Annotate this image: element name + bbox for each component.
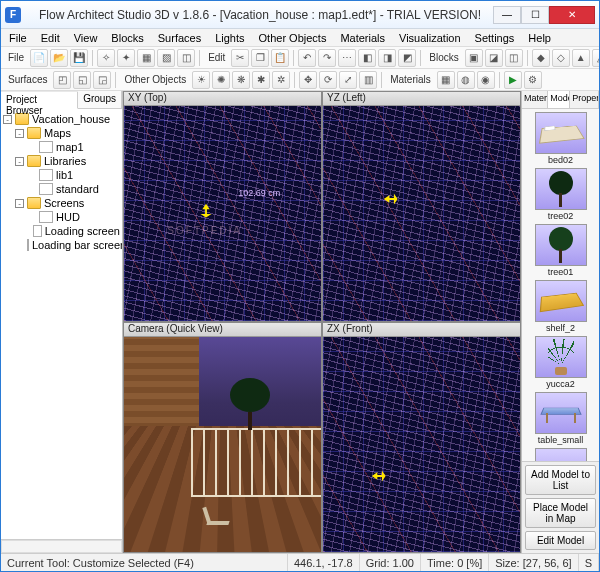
tree-label: Maps [44, 127, 71, 139]
paste-icon[interactable]: 📋 [271, 49, 289, 67]
viewport-camera[interactable]: Camera (Quick View) [124, 323, 321, 552]
material-icon[interactable]: ◉ [477, 71, 495, 89]
viewport-title: Camera (Quick View) [124, 323, 321, 337]
model-list[interactable]: bed02 tree02 tree01 shelf_2 yucca2 table… [522, 109, 599, 461]
redo-icon[interactable]: ↷ [318, 49, 336, 67]
block-icon[interactable]: ◫ [505, 49, 523, 67]
surface-icon[interactable]: ◲ [93, 71, 111, 89]
viewport-zx-front[interactable]: ZX (Front) [323, 323, 520, 552]
edit-model-button[interactable]: Edit Model [525, 531, 596, 550]
tool-icon[interactable]: ▥ [359, 71, 377, 89]
tree-item-loading-screen[interactable]: Loading screen [3, 224, 120, 238]
tab-groups[interactable]: Groups [78, 91, 122, 108]
viewport-xy-top[interactable]: XY (Top) 102.69 cm SOFTPEDIA [124, 92, 321, 321]
tree-item-loading-bar-screen[interactable]: Loading bar screen [3, 238, 120, 252]
gizmo-arrow-icon [382, 188, 404, 210]
menu-other-objects[interactable]: Other Objects [253, 31, 333, 45]
tool-icon[interactable]: ◩ [398, 49, 416, 67]
object-icon[interactable]: ✲ [272, 71, 290, 89]
menu-blocks[interactable]: Blocks [105, 31, 149, 45]
object-icon[interactable]: ✱ [252, 71, 270, 89]
statusbar: Current Tool: Customize Selected (F4) 44… [1, 553, 599, 571]
tab-models[interactable]: Models [548, 91, 570, 108]
tree-libraries[interactable]: -Libraries [3, 154, 120, 168]
surface-icon[interactable]: ◰ [53, 71, 71, 89]
model-item-shelf2[interactable]: shelf_2 [533, 280, 589, 333]
tool-icon[interactable]: ◫ [177, 49, 195, 67]
model-label: tree01 [548, 267, 574, 277]
tool-icon[interactable]: ⋯ [338, 49, 356, 67]
tool-icon[interactable]: ▦ [137, 49, 155, 67]
tab-project-browser[interactable]: Project Browser [1, 92, 78, 109]
menu-settings[interactable]: Settings [469, 31, 521, 45]
object-icon[interactable]: ☀ [192, 71, 210, 89]
tool-icon[interactable]: ◇ [552, 49, 570, 67]
menu-visualization[interactable]: Visualization [393, 31, 467, 45]
maximize-button[interactable]: ☐ [521, 6, 549, 24]
open-icon[interactable]: 📂 [50, 49, 68, 67]
tool-icon[interactable]: △ [592, 49, 599, 67]
copy-icon[interactable]: ❐ [251, 49, 269, 67]
place-model-button[interactable]: Place Model in Map [525, 498, 596, 528]
save-icon[interactable]: 💾 [70, 49, 88, 67]
menu-edit[interactable]: Edit [35, 31, 66, 45]
tool-icon[interactable]: ▲ [572, 49, 590, 67]
add-model-button[interactable]: Add Model to List [525, 465, 596, 495]
menu-help[interactable]: Help [522, 31, 557, 45]
cut-icon[interactable]: ✂ [231, 49, 249, 67]
menu-lights[interactable]: Lights [209, 31, 250, 45]
tool-icon[interactable]: ◨ [378, 49, 396, 67]
object-icon[interactable]: ❋ [232, 71, 250, 89]
status-current-tool: Current Tool: Customize Selected (F4) [1, 554, 288, 571]
main-area: Project Browser Groups -Vacation_house -… [1, 91, 599, 553]
move-icon[interactable]: ✥ [299, 71, 317, 89]
menu-surfaces[interactable]: Surfaces [152, 31, 207, 45]
model-item-tree02[interactable]: tree02 [533, 168, 589, 221]
tree-item-lib1[interactable]: lib1 [3, 168, 120, 182]
project-tree[interactable]: -Vacation_house -Maps map1 -Libraries li… [1, 109, 122, 539]
block-icon[interactable]: ◪ [485, 49, 503, 67]
model-item-yucca2[interactable]: yucca2 [533, 336, 589, 389]
model-item-bed02[interactable]: bed02 [533, 112, 589, 165]
tree-item-map1[interactable]: map1 [3, 140, 120, 154]
tree-item-hud[interactable]: HUD [3, 210, 120, 224]
rotate-icon[interactable]: ⟳ [319, 71, 337, 89]
tree-maps[interactable]: -Maps [3, 126, 120, 140]
minimize-button[interactable]: ― [493, 6, 521, 24]
material-icon[interactable]: ◍ [457, 71, 475, 89]
undo-icon[interactable]: ↶ [298, 49, 316, 67]
material-icon[interactable]: ▦ [437, 71, 455, 89]
surface-icon[interactable]: ◱ [73, 71, 91, 89]
model-item-shelf1[interactable]: shelf1 [533, 448, 589, 461]
tool-icon[interactable]: ✦ [117, 49, 135, 67]
menu-view[interactable]: View [68, 31, 104, 45]
viewport-yz-left[interactable]: YZ (Left) [323, 92, 520, 321]
tool-icon[interactable]: ⚙ [524, 71, 542, 89]
gizmo-arrow-icon [195, 202, 217, 224]
tab-materials[interactable]: Materials [522, 91, 548, 108]
model-label: tree02 [548, 211, 574, 221]
titlebar: F Flow Architect Studio 3D v 1.8.6 - [Va… [1, 1, 599, 29]
tree-screens[interactable]: -Screens [3, 196, 120, 210]
object-icon[interactable]: ✺ [212, 71, 230, 89]
menu-file[interactable]: File [3, 31, 33, 45]
model-item-table-small[interactable]: table_small [533, 392, 589, 445]
tool-icon[interactable]: ✧ [97, 49, 115, 67]
scale-icon[interactable]: ⤢ [339, 71, 357, 89]
tool-icon[interactable]: ◧ [358, 49, 376, 67]
tree-label: Loading bar screen [32, 239, 122, 251]
toolbar-label-file: File [4, 52, 28, 63]
tree-item-standard[interactable]: standard [3, 182, 120, 196]
menu-materials[interactable]: Materials [334, 31, 391, 45]
model-item-tree01[interactable]: tree01 [533, 224, 589, 277]
browser-hscroll[interactable] [1, 539, 122, 553]
tool-icon[interactable]: ◆ [532, 49, 550, 67]
tab-properties[interactable]: Properties [570, 91, 599, 108]
toolbar-label-surfaces: Surfaces [4, 74, 51, 85]
toolbar-label-other-objects: Other Objects [120, 74, 190, 85]
block-icon[interactable]: ▣ [465, 49, 483, 67]
close-button[interactable]: ✕ [549, 6, 595, 24]
tool-icon[interactable]: ▨ [157, 49, 175, 67]
new-icon[interactable]: 📄 [30, 49, 48, 67]
play-icon[interactable]: ▶ [504, 71, 522, 89]
